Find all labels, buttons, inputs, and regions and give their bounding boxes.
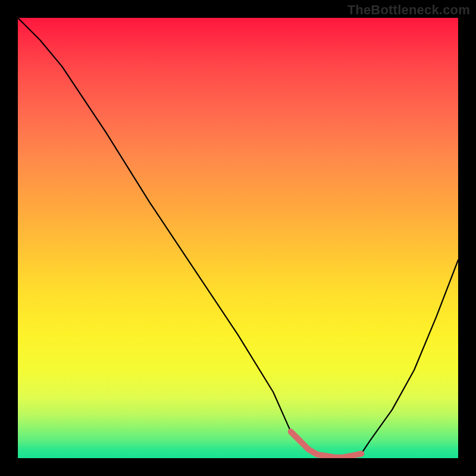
plot-area xyxy=(18,18,458,458)
bottleneck-curve xyxy=(18,18,458,458)
chart-frame: TheBottleneck.com xyxy=(0,0,476,476)
optimal-range-marker xyxy=(291,432,361,458)
watermark-text: TheBottleneck.com xyxy=(347,2,470,18)
